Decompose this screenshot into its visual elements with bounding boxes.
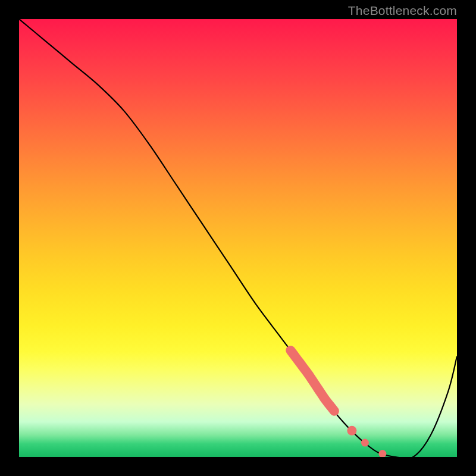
- optimum-dot: [361, 439, 369, 447]
- watermark-text: TheBottleneck.com: [348, 4, 457, 18]
- optimum-dot: [347, 426, 356, 436]
- optimum-segment: [290, 350, 334, 411]
- optimum-markers: [19, 19, 457, 457]
- optimum-dot: [378, 450, 386, 457]
- markers-group: [290, 350, 386, 457]
- chart-container: TheBottleneck.com: [0, 0, 476, 476]
- plot-area: [19, 19, 457, 457]
